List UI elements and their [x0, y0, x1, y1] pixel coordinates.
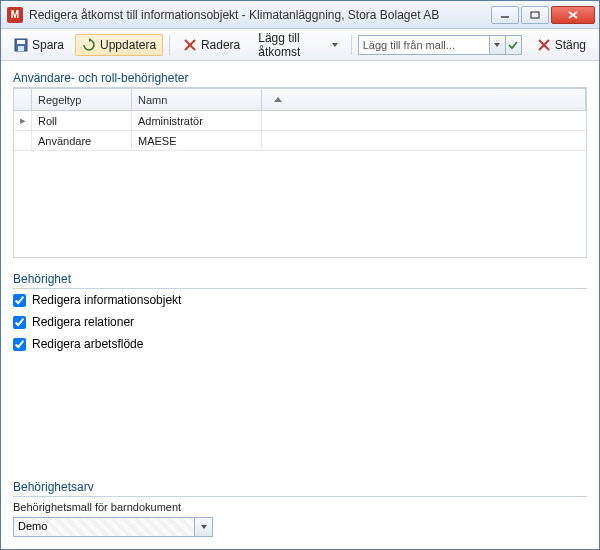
permission-heading: Behörighet [13, 272, 587, 289]
minimize-icon [500, 11, 510, 19]
column-ruletype[interactable]: Regeltyp [32, 89, 132, 110]
refresh-icon [82, 38, 96, 52]
window-title: Redigera åtkomst till informationsobjekt… [29, 8, 491, 22]
delete-label: Radera [201, 38, 240, 52]
inheritance-value: Demo [14, 518, 194, 536]
row-indicator: ▸ [14, 111, 32, 130]
maximize-button[interactable] [521, 6, 549, 24]
svg-rect-6 [18, 46, 24, 51]
cell-name: MAESE [132, 131, 262, 150]
perm-edit-info[interactable]: Redigera informationsobjekt [13, 293, 587, 307]
svg-rect-1 [531, 12, 539, 18]
update-button[interactable]: Uppdatera [75, 34, 163, 56]
save-icon [14, 38, 28, 52]
cell-name: Administratör [132, 111, 262, 130]
cell-ruletype: Roll [32, 111, 132, 130]
close-label: Stäng [555, 38, 586, 52]
chevron-down-icon [201, 525, 207, 529]
permission-section: Behörighet Redigera informationsobjekt R… [13, 272, 587, 351]
delete-icon [183, 38, 197, 52]
close-icon [537, 38, 551, 52]
column-name[interactable]: Namn [132, 89, 262, 110]
minimize-button[interactable] [491, 6, 519, 24]
permission-list: Redigera informationsobjekt Redigera rel… [13, 289, 587, 351]
users-roles-section: Användare- och roll-behörigheter Regelty… [13, 71, 587, 258]
template-dropdown-button[interactable] [489, 36, 505, 54]
add-access-dropdown[interactable]: Lägg till åtkomst [251, 27, 345, 63]
toolbar: Spara Uppdatera Radera Lägg till åtkomst… [1, 29, 599, 61]
titlebar: M Redigera åtkomst till informationsobje… [1, 1, 599, 29]
app-icon: M [7, 7, 23, 23]
perm-checkbox[interactable] [13, 316, 26, 329]
row-indicator [14, 131, 32, 150]
permissions-grid[interactable]: Regeltyp Namn ▸ Roll Administratör Använ… [13, 88, 587, 258]
add-access-label: Lägg till åtkomst [258, 31, 329, 59]
sort-asc-icon [274, 97, 282, 102]
cell-ruletype: Användare [32, 131, 132, 150]
window-buttons [491, 6, 595, 24]
update-label: Uppdatera [100, 38, 156, 52]
perm-edit-relations[interactable]: Redigera relationer [13, 315, 587, 329]
perm-label: Redigera relationer [32, 315, 134, 329]
delete-button[interactable]: Radera [176, 34, 247, 56]
maximize-icon [530, 11, 540, 19]
check-icon [508, 40, 518, 50]
inheritance-section: Behörighetsarv Behörighetsmall för barnd… [13, 480, 587, 537]
svg-rect-5 [17, 40, 25, 44]
close-button[interactable]: Stäng [530, 34, 593, 56]
template-apply-button[interactable] [505, 36, 521, 54]
template-placeholder: Lägg till från mall... [359, 39, 489, 51]
inheritance-combobox[interactable]: Demo [13, 517, 213, 537]
inheritance-label: Behörighetsmall för barndokument [13, 501, 587, 513]
dialog-window: M Redigera åtkomst till informationsobje… [0, 0, 600, 550]
inheritance-heading: Behörighetsarv [13, 480, 587, 497]
template-combobox[interactable]: Lägg till från mall... [358, 35, 522, 55]
toolbar-separator [169, 35, 170, 55]
perm-edit-workflow[interactable]: Redigera arbetsflöde [13, 337, 587, 351]
close-window-button[interactable] [551, 6, 595, 24]
perm-checkbox[interactable] [13, 338, 26, 351]
toolbar-separator [351, 35, 352, 55]
perm-label: Redigera informationsobjekt [32, 293, 181, 307]
close-icon [567, 10, 579, 20]
content-area: Användare- och roll-behörigheter Regelty… [1, 61, 599, 549]
column-sort[interactable] [262, 89, 586, 110]
users-roles-heading: Användare- och roll-behörigheter [13, 71, 587, 88]
save-label: Spara [32, 38, 64, 52]
inheritance-dropdown-button[interactable] [194, 518, 212, 536]
grid-selector-header[interactable] [14, 89, 32, 110]
save-button[interactable]: Spara [7, 34, 71, 56]
chevron-down-icon [332, 43, 338, 47]
perm-checkbox[interactable] [13, 294, 26, 307]
chevron-down-icon [494, 43, 500, 47]
table-row[interactable]: Användare MAESE [14, 131, 586, 151]
perm-label: Redigera arbetsflöde [32, 337, 143, 351]
grid-header: Regeltyp Namn [14, 89, 586, 111]
table-row[interactable]: ▸ Roll Administratör [14, 111, 586, 131]
